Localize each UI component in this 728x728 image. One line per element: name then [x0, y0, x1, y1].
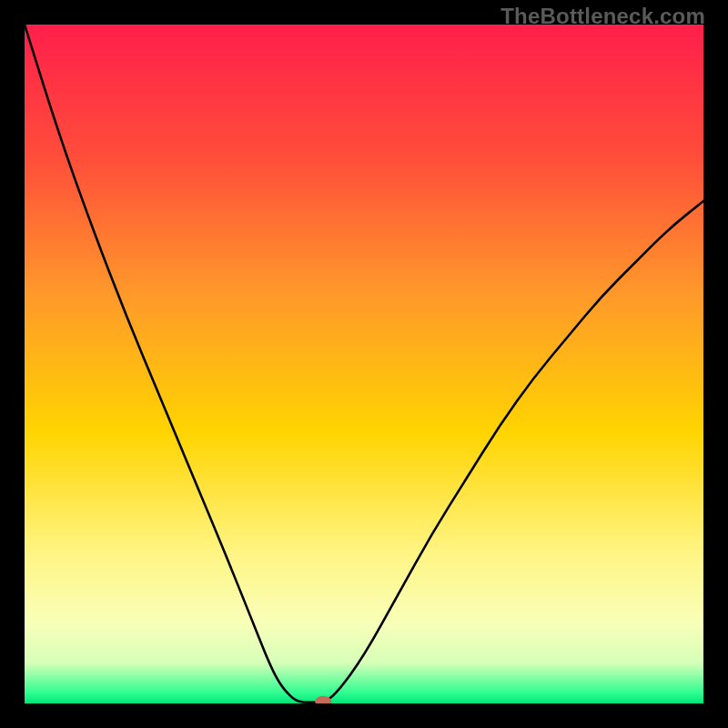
gradient-background: [25, 25, 703, 703]
chart-frame: TheBottleneck.com: [0, 0, 728, 728]
plot-svg: [25, 25, 703, 703]
plot-area: [25, 25, 703, 703]
watermark-text: TheBottleneck.com: [500, 4, 705, 29]
